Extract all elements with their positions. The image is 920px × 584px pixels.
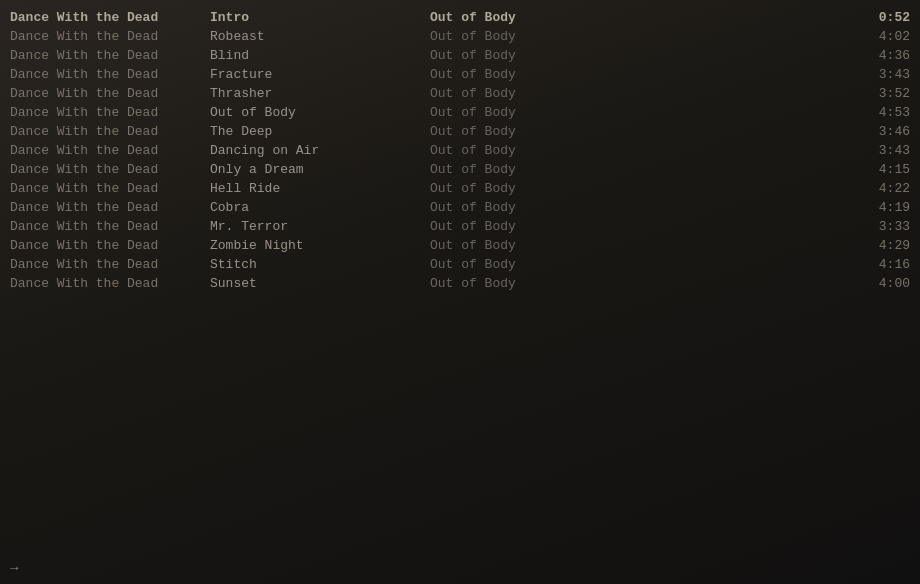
track-artist: Dance With the Dead: [10, 67, 210, 82]
track-row[interactable]: Dance With the DeadFractureOut of Body3:…: [0, 65, 920, 84]
track-title: Hell Ride: [210, 181, 430, 196]
track-row[interactable]: Dance With the DeadOnly a DreamOut of Bo…: [0, 160, 920, 179]
track-row[interactable]: Dance With the DeadThrasherOut of Body3:…: [0, 84, 920, 103]
track-album: Out of Body: [430, 276, 850, 291]
track-title: Out of Body: [210, 105, 430, 120]
track-row[interactable]: Dance With the DeadStitchOut of Body4:16: [0, 255, 920, 274]
track-album: Out of Body: [430, 124, 850, 139]
track-artist: Dance With the Dead: [10, 257, 210, 272]
track-title: The Deep: [210, 124, 430, 139]
track-artist: Dance With the Dead: [10, 238, 210, 253]
track-artist: Dance With the Dead: [10, 86, 210, 101]
track-duration: 3:52: [850, 86, 910, 101]
track-row[interactable]: Dance With the DeadZombie NightOut of Bo…: [0, 236, 920, 255]
track-list: Dance With the DeadIntroOut of Body0:52D…: [0, 0, 920, 301]
track-artist: Dance With the Dead: [10, 181, 210, 196]
track-row[interactable]: Dance With the DeadDancing on AirOut of …: [0, 141, 920, 160]
track-album: Out of Body: [430, 219, 850, 234]
track-artist: Dance With the Dead: [10, 143, 210, 158]
track-album: Out of Body: [430, 10, 850, 25]
track-artist: Dance With the Dead: [10, 219, 210, 234]
track-title: Thrasher: [210, 86, 430, 101]
track-artist: Dance With the Dead: [10, 105, 210, 120]
track-duration: 4:29: [850, 238, 910, 253]
track-duration: 4:19: [850, 200, 910, 215]
track-title: Intro: [210, 10, 430, 25]
track-artist: Dance With the Dead: [10, 276, 210, 291]
track-duration: 0:52: [850, 10, 910, 25]
track-duration: 4:16: [850, 257, 910, 272]
bottom-arrow: →: [10, 560, 18, 576]
track-row[interactable]: Dance With the DeadMr. TerrorOut of Body…: [0, 217, 920, 236]
track-duration: 3:43: [850, 67, 910, 82]
track-title: Zombie Night: [210, 238, 430, 253]
track-album: Out of Body: [430, 257, 850, 272]
track-duration: 4:02: [850, 29, 910, 44]
track-row[interactable]: Dance With the DeadCobraOut of Body4:19: [0, 198, 920, 217]
track-artist: Dance With the Dead: [10, 48, 210, 63]
track-title: Sunset: [210, 276, 430, 291]
track-duration: 4:22: [850, 181, 910, 196]
track-duration: 3:43: [850, 143, 910, 158]
track-title: Only a Dream: [210, 162, 430, 177]
track-duration: 3:33: [850, 219, 910, 234]
track-row[interactable]: Dance With the DeadOut of BodyOut of Bod…: [0, 103, 920, 122]
track-artist: Dance With the Dead: [10, 200, 210, 215]
track-album: Out of Body: [430, 238, 850, 253]
track-artist: Dance With the Dead: [10, 29, 210, 44]
track-duration: 4:15: [850, 162, 910, 177]
track-row[interactable]: Dance With the DeadHell RideOut of Body4…: [0, 179, 920, 198]
track-album: Out of Body: [430, 67, 850, 82]
track-row[interactable]: Dance With the DeadRobeastOut of Body4:0…: [0, 27, 920, 46]
track-album: Out of Body: [430, 48, 850, 63]
track-title: Blind: [210, 48, 430, 63]
track-title: Robeast: [210, 29, 430, 44]
track-album: Out of Body: [430, 181, 850, 196]
track-duration: 3:46: [850, 124, 910, 139]
track-album: Out of Body: [430, 86, 850, 101]
track-row[interactable]: Dance With the DeadThe DeepOut of Body3:…: [0, 122, 920, 141]
track-album: Out of Body: [430, 29, 850, 44]
track-album: Out of Body: [430, 105, 850, 120]
track-row[interactable]: Dance With the DeadBlindOut of Body4:36: [0, 46, 920, 65]
track-title: Fracture: [210, 67, 430, 82]
track-duration: 4:00: [850, 276, 910, 291]
track-title: Cobra: [210, 200, 430, 215]
track-duration: 4:36: [850, 48, 910, 63]
track-album: Out of Body: [430, 200, 850, 215]
track-title: Dancing on Air: [210, 143, 430, 158]
track-album: Out of Body: [430, 162, 850, 177]
track-album: Out of Body: [430, 143, 850, 158]
track-row[interactable]: Dance With the DeadIntroOut of Body0:52: [0, 8, 920, 27]
track-artist: Dance With the Dead: [10, 162, 210, 177]
track-title: Mr. Terror: [210, 219, 430, 234]
track-artist: Dance With the Dead: [10, 124, 210, 139]
track-duration: 4:53: [850, 105, 910, 120]
track-title: Stitch: [210, 257, 430, 272]
track-row[interactable]: Dance With the DeadSunsetOut of Body4:00: [0, 274, 920, 293]
track-artist: Dance With the Dead: [10, 10, 210, 25]
